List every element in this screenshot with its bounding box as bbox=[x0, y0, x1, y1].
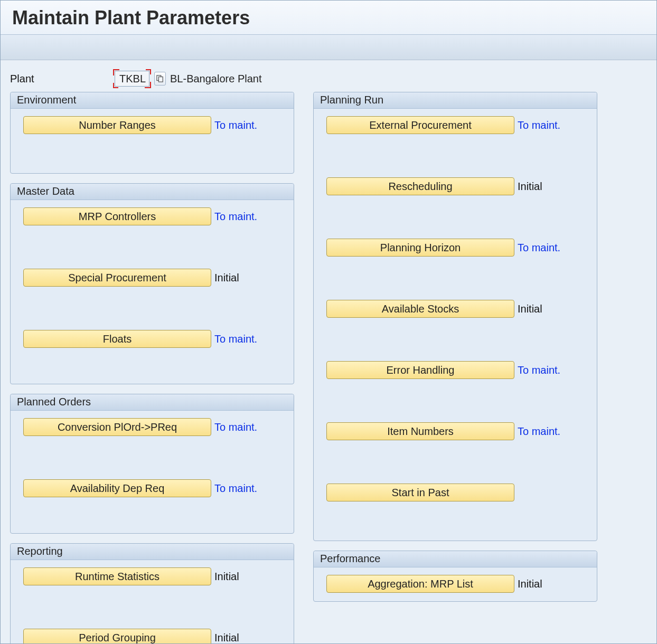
period-grouping-button[interactable]: Period Grouping bbox=[23, 629, 211, 644]
right-column: Planning Run External Procurement To mai… bbox=[313, 92, 597, 611]
param-row: Special Procurement Initial bbox=[23, 269, 285, 287]
status-label: Initial bbox=[214, 632, 239, 644]
svg-rect-1 bbox=[158, 77, 163, 82]
param-row: Number Ranges To maint. bbox=[23, 116, 285, 134]
param-row: Item Numbers To maint. bbox=[326, 422, 588, 440]
group-environment: Environment Number Ranges To maint. bbox=[10, 92, 294, 174]
status-label: To maint. bbox=[214, 333, 257, 345]
group-master-data: Master Data MRP Controllers To maint. Sp… bbox=[10, 183, 294, 384]
group-header-planning-run: Planning Run bbox=[314, 92, 597, 109]
available-stocks-button[interactable]: Available Stocks bbox=[326, 300, 514, 318]
aggregation-mrp-list-button[interactable]: Aggregation: MRP List bbox=[326, 575, 514, 593]
status-label: To maint. bbox=[518, 119, 560, 131]
param-row: MRP Controllers To maint. bbox=[23, 207, 285, 225]
param-row: Planning Horizon To maint. bbox=[326, 239, 588, 257]
group-planning-run: Planning Run External Procurement To mai… bbox=[313, 92, 597, 541]
status-label: To maint. bbox=[518, 425, 560, 438]
status-label: Initial bbox=[214, 272, 239, 284]
param-row: Available Stocks Initial bbox=[326, 300, 588, 318]
param-row: Floats To maint. bbox=[23, 330, 285, 348]
plant-code-value: TKBL bbox=[119, 73, 146, 85]
toolbar bbox=[1, 35, 656, 60]
content-area: Plant TKBL BL-Bangalore Plant Environmen… bbox=[1, 60, 656, 644]
page-title: Maintain Plant Parameters bbox=[12, 7, 645, 29]
rescheduling-button[interactable]: Rescheduling bbox=[326, 177, 514, 195]
plant-row: Plant TKBL BL-Bangalore Plant bbox=[10, 71, 647, 87]
availability-dep-req-button[interactable]: Availability Dep Req bbox=[23, 479, 211, 497]
param-row: Rescheduling Initial bbox=[326, 177, 588, 195]
group-header-performance: Performance bbox=[314, 551, 597, 567]
group-reporting: Reporting Runtime Statistics Initial Per… bbox=[10, 543, 294, 644]
plant-label: Plant bbox=[10, 73, 111, 85]
columns: Environment Number Ranges To maint. Mast… bbox=[10, 92, 647, 644]
param-row: External Procurement To maint. bbox=[326, 116, 588, 134]
planning-horizon-button[interactable]: Planning Horizon bbox=[326, 239, 514, 257]
param-row: Aggregation: MRP List Initial bbox=[326, 575, 588, 593]
group-header-master-data: Master Data bbox=[11, 184, 294, 200]
error-handling-button[interactable]: Error Handling bbox=[326, 361, 514, 379]
status-label: To maint. bbox=[214, 119, 257, 131]
status-label: To maint. bbox=[518, 242, 560, 254]
mrp-controllers-button[interactable]: MRP Controllers bbox=[23, 207, 211, 225]
plant-description: BL-Bangalore Plant bbox=[170, 73, 261, 85]
conversion-plord-preq-button[interactable]: Conversion PlOrd->PReq bbox=[23, 418, 211, 436]
special-procurement-button[interactable]: Special Procurement bbox=[23, 269, 211, 287]
status-label: Initial bbox=[214, 571, 239, 583]
param-row: Runtime Statistics Initial bbox=[23, 567, 285, 585]
param-row: Start in Past bbox=[326, 484, 588, 501]
floats-button[interactable]: Floats bbox=[23, 330, 211, 348]
title-bar: Maintain Plant Parameters bbox=[1, 1, 656, 35]
param-row: Period Grouping Initial bbox=[23, 629, 285, 644]
start-in-past-button[interactable]: Start in Past bbox=[326, 484, 514, 501]
group-header-reporting: Reporting bbox=[11, 544, 294, 560]
status-label: To maint. bbox=[214, 482, 257, 495]
status-label: To maint. bbox=[214, 211, 257, 223]
external-procurement-button[interactable]: External Procurement bbox=[326, 116, 514, 134]
param-row: Error Handling To maint. bbox=[326, 361, 588, 379]
left-column: Environment Number Ranges To maint. Mast… bbox=[10, 92, 294, 644]
group-header-environment: Environment bbox=[11, 92, 294, 109]
app-window: Maintain Plant Parameters Plant TKBL BL-… bbox=[0, 0, 657, 644]
item-numbers-button[interactable]: Item Numbers bbox=[326, 422, 514, 440]
status-label: To maint. bbox=[518, 364, 560, 376]
status-label: To maint. bbox=[214, 421, 257, 433]
group-header-planned-orders: Planned Orders bbox=[11, 394, 294, 411]
param-row: Availability Dep Req To maint. bbox=[23, 479, 285, 497]
runtime-statistics-button[interactable]: Runtime Statistics bbox=[23, 567, 211, 585]
number-ranges-button[interactable]: Number Ranges bbox=[23, 116, 211, 134]
status-label: Initial bbox=[518, 578, 542, 590]
status-label: Initial bbox=[518, 303, 542, 315]
status-label: Initial bbox=[518, 181, 542, 193]
search-help-icon[interactable] bbox=[154, 72, 166, 86]
plant-code-input[interactable]: TKBL bbox=[115, 71, 149, 87]
group-planned-orders: Planned Orders Conversion PlOrd->PReq To… bbox=[10, 394, 294, 534]
group-performance: Performance Aggregation: MRP List Initia… bbox=[313, 551, 597, 602]
param-row: Conversion PlOrd->PReq To maint. bbox=[23, 418, 285, 436]
